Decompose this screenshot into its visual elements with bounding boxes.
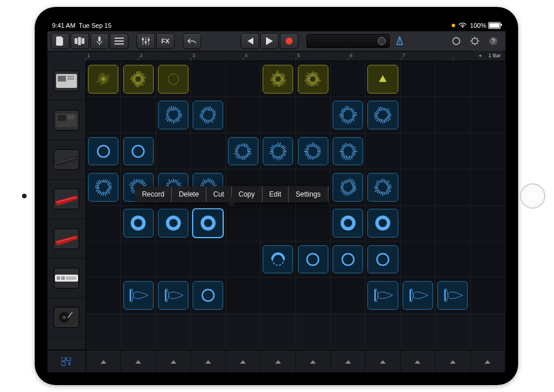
grid-cell[interactable] (86, 278, 121, 313)
loop-clip[interactable] (367, 65, 398, 94)
loop-clip[interactable] (158, 209, 189, 238)
grid-cell[interactable] (401, 134, 435, 169)
column-trigger[interactable] (121, 350, 156, 372)
loop-clip[interactable] (263, 245, 293, 274)
grid-cell[interactable] (401, 242, 435, 278)
grid-cell[interactable] (121, 314, 156, 350)
loop-clip[interactable] (193, 209, 223, 238)
go-to-start-button[interactable] (241, 33, 259, 49)
grid-cell[interactable] (331, 278, 365, 313)
loop-clip[interactable] (437, 281, 468, 310)
grid-cell[interactable] (435, 61, 470, 97)
grid-cell[interactable] (331, 169, 365, 205)
grid-cell[interactable] (296, 278, 331, 313)
column-trigger[interactable] (86, 350, 121, 372)
mixer-button[interactable] (136, 33, 155, 49)
grid-cell[interactable] (121, 134, 156, 169)
home-button[interactable] (520, 183, 545, 209)
grid-cell[interactable] (261, 206, 296, 242)
grid-cell[interactable] (296, 242, 331, 278)
column-trigger[interactable] (401, 350, 435, 372)
loop-clip[interactable] (333, 173, 363, 202)
loop-clip[interactable] (123, 281, 154, 310)
grid-cell[interactable] (86, 169, 121, 205)
grid-cell[interactable] (261, 278, 296, 313)
grid-cell[interactable] (86, 206, 121, 242)
column-trigger[interactable] (471, 350, 505, 372)
context-copy-button[interactable]: Copy (232, 186, 263, 202)
master-volume-display[interactable] (306, 34, 390, 48)
play-button[interactable] (260, 33, 279, 49)
grid-cell[interactable] (226, 61, 261, 97)
loop-clip[interactable] (333, 245, 363, 274)
undo-button[interactable] (183, 33, 201, 49)
grid-cell[interactable] (435, 169, 470, 205)
loop-clip[interactable] (88, 65, 119, 94)
loop-clip[interactable] (158, 101, 189, 130)
grid-cell[interactable] (296, 206, 331, 242)
grid-cell[interactable] (471, 314, 505, 350)
grid-cell[interactable] (365, 134, 400, 169)
grid-cell[interactable] (261, 134, 296, 169)
grid-cell[interactable] (471, 242, 505, 278)
loop-clip[interactable] (367, 245, 398, 274)
loop-clip[interactable] (193, 281, 223, 310)
track-header-keys-1[interactable] (47, 140, 86, 180)
grid-cell[interactable] (365, 169, 400, 205)
record-button[interactable] (280, 33, 298, 49)
grid-cell[interactable] (471, 169, 505, 205)
column-trigger[interactable] (191, 350, 226, 372)
grid-cell[interactable] (471, 134, 505, 169)
grid-cell[interactable] (121, 206, 156, 242)
grid-cell[interactable] (435, 97, 470, 133)
grid-cell[interactable] (86, 134, 121, 169)
grid-cell[interactable] (401, 206, 435, 242)
context-settings-button[interactable]: Settings (289, 186, 328, 202)
loop-clip[interactable] (367, 281, 398, 310)
loop-clip[interactable] (402, 281, 433, 310)
grid-cell[interactable] (331, 242, 365, 278)
grid-edit-toggle[interactable] (47, 350, 86, 372)
loop-clip[interactable] (123, 65, 154, 94)
grid-cell[interactable] (121, 242, 156, 278)
grid-cell[interactable] (191, 97, 226, 133)
grid-cell[interactable] (296, 97, 331, 133)
grid-cell[interactable] (365, 314, 400, 350)
grid-cell[interactable] (121, 278, 156, 313)
column-trigger[interactable] (331, 350, 365, 372)
context-delete-button[interactable]: Delete (172, 186, 206, 202)
loop-clip[interactable] (367, 101, 398, 130)
loop-clip[interactable] (123, 209, 154, 238)
settings-button[interactable] (466, 34, 483, 49)
grid-cell[interactable] (156, 97, 191, 133)
tracks-view-button[interactable] (110, 33, 128, 49)
grid-cell[interactable] (365, 242, 400, 278)
grid-cell[interactable] (156, 278, 191, 313)
column-trigger[interactable] (261, 350, 296, 372)
track-header-synth[interactable] (47, 258, 86, 298)
loop-clip[interactable] (367, 173, 398, 202)
grid-cell[interactable] (401, 314, 435, 350)
grid-cell[interactable] (86, 242, 121, 278)
loop-clip[interactable] (263, 137, 293, 166)
column-trigger[interactable] (435, 350, 470, 372)
browser-button[interactable] (71, 33, 89, 49)
loop-clip[interactable] (298, 245, 328, 274)
grid-cell[interactable] (226, 206, 261, 242)
grid-cell[interactable] (156, 242, 191, 278)
my-songs-button[interactable] (51, 33, 69, 49)
grid-cell[interactable] (121, 97, 156, 133)
grid-cell[interactable] (435, 242, 470, 278)
track-header-keys-2[interactable] (47, 180, 86, 219)
grid-cell[interactable] (156, 61, 191, 97)
grid-cell[interactable] (331, 61, 365, 97)
context-record-button[interactable]: Record (135, 186, 172, 202)
loop-clip[interactable] (333, 209, 363, 238)
grid-cell[interactable] (86, 97, 121, 133)
grid-cell[interactable] (156, 134, 191, 169)
loop-browser-button[interactable] (448, 34, 465, 49)
context-edit-button[interactable]: Edit (263, 186, 289, 202)
loop-clip[interactable] (88, 173, 119, 202)
grid-cell[interactable] (226, 278, 261, 313)
fx-button[interactable]: FX (156, 33, 175, 49)
